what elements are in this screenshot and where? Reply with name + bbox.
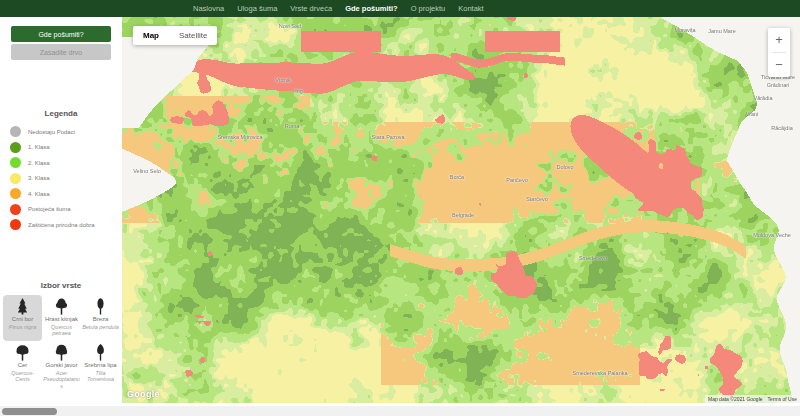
species-latin-name: Quercus petraea	[43, 324, 80, 337]
legend-color-dot	[10, 126, 21, 137]
species-name: Cer	[4, 362, 41, 369]
legend-item: 4. Klasa	[0, 186, 122, 202]
terms-of-use-link[interactable]: Terms of Use	[768, 396, 797, 402]
map-type-satellite-button[interactable]: Satellite	[169, 26, 217, 45]
birch-tree-icon	[93, 298, 108, 315]
map-type-map-button[interactable]: Map	[133, 26, 169, 45]
legend-item: Nedostaju Podaci	[0, 124, 122, 140]
zoom-in-button[interactable]: +	[768, 28, 790, 52]
legend-label: Nedostaju Podaci	[28, 129, 75, 135]
species-card-hrast-kitnjak[interactable]: Hrast kitnjakQuercus petraea	[42, 295, 81, 341]
horizontal-scrollbar-thumb[interactable]	[2, 408, 57, 415]
species-title: Izbor vrste	[0, 281, 122, 290]
legend-item: 1. Klasa	[0, 140, 122, 156]
nav-item-naslovna[interactable]: Naslovna	[193, 4, 224, 13]
legend-color-dot	[10, 142, 21, 153]
legend-label: 1. Klasa	[28, 144, 50, 150]
species-card-gorski-javor[interactable]: Gorski javorAcer Pseudoplatanus	[42, 341, 81, 394]
species-latin-name: Quercus- Cerris	[4, 370, 41, 383]
map-attribution: Map data ©2021 Google Terms of Use	[705, 395, 800, 403]
nav-item-o-projektu[interactable]: O projektu	[411, 4, 446, 13]
legend-color-dot	[10, 188, 21, 199]
species-grid: Crni borPinus nigraHrast kitnjakQuercus …	[0, 295, 122, 394]
species-card-cer[interactable]: CerQuercus- Cerris	[3, 341, 42, 394]
oak-tree-icon	[54, 298, 69, 315]
gde-posumiti-button[interactable]: Gde pošumiti?	[11, 26, 111, 42]
legend-color-dot	[10, 173, 21, 184]
pine-tree-icon	[15, 298, 30, 315]
species-name: Gorski javor	[43, 362, 80, 369]
species-name: Crni bor	[4, 316, 41, 323]
legend-label: 3. Klasa	[28, 175, 50, 181]
linden-tree-icon	[93, 344, 108, 361]
zasadite-drvo-button[interactable]: Zasadite drvo	[11, 44, 111, 60]
turkey-oak-tree-icon	[15, 344, 30, 361]
species-card-breza[interactable]: BrezaBetula pendula	[81, 295, 120, 341]
legend-item: Postojeća šuma	[0, 202, 122, 218]
zoom-out-button[interactable]: −	[768, 53, 790, 77]
google-logo[interactable]: Google	[127, 389, 160, 399]
map-overlay-canvas[interactable]	[122, 17, 800, 403]
map-data-copyright: Map data ©2021 Google	[708, 396, 763, 402]
legend-color-dot	[10, 219, 21, 230]
species-latin-name: Acer Pseudoplatanus	[43, 370, 80, 390]
nav-item-vrste-drve-a[interactable]: Vrste drveća	[290, 4, 332, 13]
legend-label: 2. Klasa	[28, 160, 50, 166]
legend-color-dot	[10, 157, 21, 168]
legend-label: 4. Klasa	[28, 191, 50, 197]
nav-item-gde-po-umiti[interactable]: Gde pošumiti?	[345, 4, 398, 13]
legend-color-dot	[10, 204, 21, 215]
species-card-crni-bor[interactable]: Crni borPinus nigra	[3, 295, 42, 341]
species-name: Hrast kitnjak	[43, 316, 80, 323]
legend-item: 3. Klasa	[0, 171, 122, 187]
legend-list: Nedostaju Podaci1. Klasa2. Klasa3. Klasa…	[0, 124, 122, 233]
nav-item-uloga-uma[interactable]: Uloga šuma	[237, 4, 277, 13]
species-card-srebrna-lipa[interactable]: Srebrna lipaTilia Tomentosa	[81, 341, 120, 394]
nav-item-kontakt[interactable]: Kontakt	[458, 4, 483, 13]
species-latin-name: Betula pendula	[82, 324, 119, 331]
legend-title: Legenda	[0, 109, 122, 118]
map-viewport[interactable]: Novi SadIlokVrdnikIrigRumaSremska Mitrov…	[122, 17, 800, 403]
top-navbar: NaslovnaUloga šumaVrste drvećaGde pošumi…	[0, 0, 800, 17]
legend-label: Postojeća šuma	[28, 206, 71, 212]
legend-label: Zaštićena prirodna dobra	[28, 222, 95, 228]
species-name: Srebrna lipa	[82, 362, 119, 369]
map-zoom-control: + −	[768, 28, 790, 77]
maple-tree-icon	[54, 344, 69, 361]
species-latin-name: Pinus nigra	[4, 324, 41, 331]
sidebar: Gde pošumiti? Zasadite drvo Legenda Nedo…	[0, 17, 122, 405]
horizontal-scrollbar[interactable]	[0, 406, 800, 416]
species-name: Breza	[82, 316, 119, 323]
legend-item: Zaštićena prirodna dobra	[0, 217, 122, 233]
species-latin-name: Tilia Tomentosa	[82, 370, 119, 383]
map-type-control: Map Satellite	[133, 26, 217, 45]
legend-item: 2. Klasa	[0, 155, 122, 171]
